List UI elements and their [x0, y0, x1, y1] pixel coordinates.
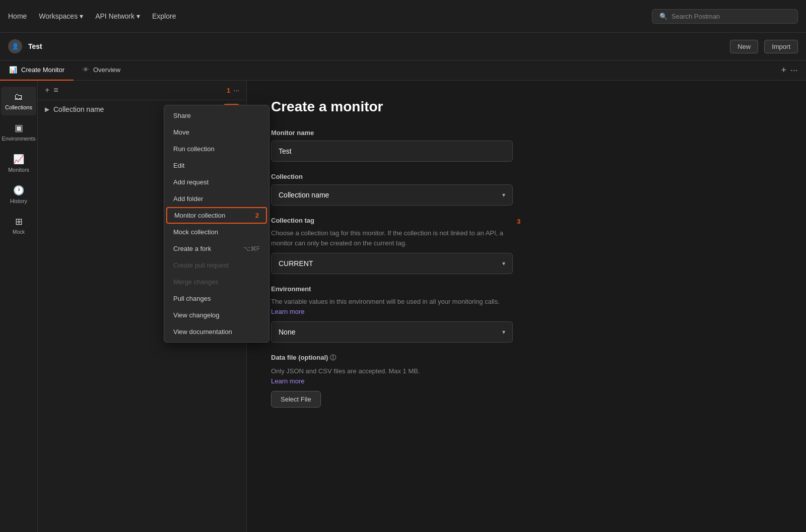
nav-workspaces[interactable]: Workspaces ▾: [39, 12, 83, 20]
page-title: Create a monitor: [271, 99, 782, 115]
select-file-button[interactable]: Select File: [271, 391, 321, 408]
menu-item-share[interactable]: Share: [164, 107, 269, 124]
collections-panel: + ≡ 1 ··· ▶ Collection name ··· Share Mo…: [38, 81, 247, 532]
environments-icon: ▣: [15, 122, 23, 134]
data-file-learn-more-link[interactable]: Learn more: [271, 377, 304, 385]
collection-tag-description: Choose a collection tag for this monitor…: [271, 228, 513, 248]
data-file-description: Only JSON and CSV files are accepted. Ma…: [271, 366, 513, 386]
sidebar-collections-label: Collections: [5, 104, 32, 110]
chevron-right-icon: ▶: [45, 106, 49, 113]
nav-left: Home Workspaces ▾ API Network ▾ Explore: [8, 12, 640, 20]
menu-item-view-changelog[interactable]: View changelog: [164, 307, 269, 323]
info-icon[interactable]: ⓘ: [330, 354, 336, 361]
step-2-label: 2: [255, 212, 259, 219]
menu-item-mock-collection[interactable]: Mock collection: [164, 224, 269, 240]
search-bar[interactable]: 🔍 Search Postman: [652, 9, 798, 24]
history-icon: 🕐: [13, 185, 24, 196]
sidebar-item-history[interactable]: 🕐 History: [1, 180, 36, 209]
collection-label: Collection: [271, 173, 782, 180]
tab-create-monitor-label: Create Monitor: [21, 66, 64, 74]
monitor-name-group: Monitor name: [271, 129, 782, 162]
sidebar-item-environments[interactable]: ▣ Environments: [1, 117, 36, 147]
sidebar-item-monitors[interactable]: 📈 Monitors: [1, 149, 36, 178]
collection-tag-value: CURRENT: [279, 259, 313, 268]
sidebar-item-mock-servers[interactable]: ⊞ Mock: [1, 211, 36, 240]
menu-item-monitor-collection[interactable]: Monitor collection 2: [166, 207, 267, 224]
menu-item-move[interactable]: Move: [164, 124, 269, 141]
environment-learn-more-link[interactable]: Learn more: [271, 308, 304, 315]
filter-button[interactable]: ≡: [53, 86, 58, 95]
menu-item-merge-changes: Merge changes: [164, 274, 269, 290]
workspace-name: Test: [28, 42, 42, 50]
monitors-icon: 📈: [13, 154, 24, 165]
top-nav: Home Workspaces ▾ API Network ▾ Explore …: [0, 0, 806, 33]
collection-tag-group: Collection tag Choose a collection tag f…: [271, 217, 782, 274]
sidebar-item-collections[interactable]: 🗂 Collections: [1, 87, 36, 115]
sidebar-history-label: History: [10, 198, 27, 204]
nav-explore[interactable]: Explore: [152, 12, 176, 20]
new-button[interactable]: New: [730, 40, 758, 53]
collection-select[interactable]: Collection name ▾: [271, 184, 513, 206]
menu-item-view-documentation[interactable]: View documentation: [164, 323, 269, 340]
sidebar-environments-label: Environments: [2, 136, 35, 142]
collection-tag-chevron-icon: ▾: [502, 260, 505, 267]
workspace-avatar: 👤: [8, 39, 22, 53]
environment-chevron-icon: ▾: [502, 328, 505, 336]
environment-group: Environment The variable values in this …: [271, 285, 782, 343]
monitor-collection-label: Monitor collection: [174, 212, 225, 219]
search-placeholder: Search Postman: [671, 13, 720, 20]
collection-item-name: Collection name: [53, 105, 104, 113]
workspace-bar: 👤 Test New Import: [0, 33, 806, 60]
panel-header: + ≡ 1 ···: [38, 81, 246, 100]
nav-home[interactable]: Home: [8, 12, 27, 20]
tab-overview[interactable]: 👁 Overview: [74, 60, 129, 81]
sidebar-monitors-label: Monitors: [8, 167, 29, 173]
menu-item-edit[interactable]: Edit: [164, 157, 269, 174]
fork-shortcut: ⌥⌘F: [243, 245, 260, 252]
step-1-label: 1: [227, 87, 230, 94]
monitor-name-input[interactable]: [271, 141, 513, 162]
mock-servers-icon: ⊞: [15, 216, 23, 227]
tab-actions: + ···: [781, 65, 806, 76]
menu-item-pull-changes[interactable]: Pull changes: [164, 290, 269, 307]
sidebar-mock-label: Mock: [13, 229, 25, 235]
search-icon: 🔍: [659, 13, 667, 20]
collection-tag-select[interactable]: CURRENT ▾: [271, 253, 513, 274]
menu-item-add-request[interactable]: Add request: [164, 174, 269, 190]
overview-tab-icon: 👁: [83, 66, 89, 74]
menu-item-create-fork[interactable]: Create a fork ⌥⌘F: [164, 240, 269, 257]
environment-select[interactable]: None ▾: [271, 321, 513, 343]
sidebar-icons: 🗂 Collections ▣ Environments 📈 Monitors …: [0, 81, 38, 532]
add-tab-button[interactable]: +: [781, 65, 786, 76]
data-file-label: Data file (optional) ⓘ: [271, 354, 782, 362]
data-file-group: Data file (optional) ⓘ Only JSON and CSV…: [271, 354, 782, 408]
collection-tag-row: Collection tag Choose a collection tag f…: [271, 217, 782, 274]
collection-tag-label: Collection tag: [271, 217, 513, 224]
menu-item-add-folder[interactable]: Add folder: [164, 190, 269, 207]
add-collection-button[interactable]: +: [45, 86, 49, 95]
main-content: Create a monitor Monitor name Collection…: [247, 81, 806, 532]
monitor-name-label: Monitor name: [271, 129, 782, 137]
collection-select-value: Collection name: [279, 191, 329, 199]
tab-overview-label: Overview: [93, 66, 120, 74]
menu-item-create-pull-request: Create pull request: [164, 257, 269, 274]
main-layout: 🗂 Collections ▣ Environments 📈 Monitors …: [0, 81, 806, 532]
environment-value: None: [279, 328, 295, 336]
environment-label: Environment: [271, 285, 782, 293]
chevron-down-icon: ▾: [502, 191, 505, 198]
monitor-tab-icon: 📊: [9, 66, 17, 74]
panel-more-button[interactable]: ···: [233, 86, 239, 94]
collection-tag-content: Collection tag Choose a collection tag f…: [271, 217, 513, 274]
tab-create-monitor[interactable]: 📊 Create Monitor: [0, 60, 74, 81]
context-menu: Share Move Run collection Edit Add reque…: [164, 105, 270, 343]
nav-api-network[interactable]: API Network ▾: [95, 12, 140, 20]
environment-description: The variable values in this environment …: [271, 297, 513, 316]
collections-icon: 🗂: [14, 92, 23, 102]
menu-item-run-collection[interactable]: Run collection: [164, 141, 269, 157]
step-3-label: 3: [517, 218, 520, 225]
panel-header-actions: 1 ···: [227, 86, 239, 94]
tab-more-button[interactable]: ···: [790, 65, 798, 76]
import-button[interactable]: Import: [764, 40, 798, 53]
tabs-bar: 📊 Create Monitor 👁 Overview + ···: [0, 60, 806, 81]
collection-group: Collection Collection name ▾: [271, 173, 782, 206]
